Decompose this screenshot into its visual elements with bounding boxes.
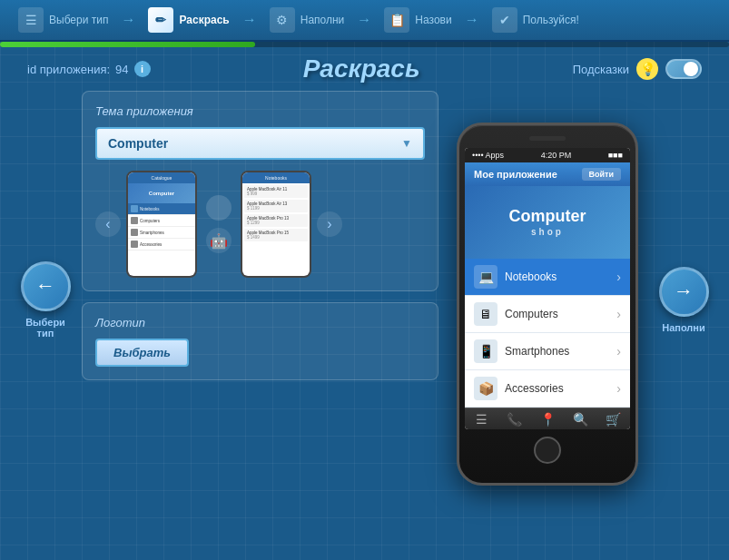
mini-list-notebooks: Notebooks (128, 203, 195, 215)
phone-status-right: ■■■ (608, 151, 623, 160)
logo-section-label: Логотип (95, 316, 425, 329)
phone-list-item-notebooks[interactable]: 💻 Notebooks › (465, 259, 630, 296)
step-color[interactable]: ✏ Раскрась (148, 7, 229, 33)
arrow-2: → (242, 12, 257, 28)
mini-list-accessories: Accessories (128, 239, 195, 251)
forward-arrow-label: Наполни (662, 322, 705, 333)
phone-list-chevron-accessories: › (616, 381, 621, 396)
dropdown-arrow-icon: ▼ (401, 137, 412, 150)
phone-speaker (529, 136, 566, 141)
phone-app-name: Мое приложение (474, 169, 557, 180)
mini-phone-2: Notebooks Apple MacBook Air 11$ 999 Appl… (241, 171, 311, 278)
theme-section-label: Тема приложения (95, 104, 425, 118)
info-icon[interactable]: i (134, 61, 151, 77)
phone-nav-cart-label: Корзина (601, 428, 626, 429)
phone-status-bar: •••• Apps 4:20 PM ■■■ (465, 148, 630, 162)
phone-list-item-computers[interactable]: 🖥 Computers › (465, 296, 630, 333)
back-nav[interactable]: ← Выберитип (18, 91, 73, 508)
mini-list-computers: Computers (128, 215, 195, 227)
phone-home-button[interactable] (534, 437, 561, 464)
step-choose-type-label: Выбери тип (49, 14, 108, 26)
mini-phone-2-header: Notebooks (242, 172, 310, 183)
phone-list-icon-accessories: 📦 (474, 377, 497, 400)
back-arrow-label: Выберитип (25, 317, 65, 339)
phone-list-chevron-notebooks: › (616, 270, 621, 284)
phone-login-button[interactable]: Войти (582, 168, 621, 181)
phone-nav-search[interactable]: 🔍 Поиск (564, 408, 596, 429)
mini-phone-1-banner: Computer (128, 183, 195, 203)
mini-phone-1: Catalogue Computer Notebooks Computers (126, 171, 197, 278)
phone-nav-contacts-icon: 📞 (507, 412, 522, 427)
phone-status-center: 4:20 PM (541, 151, 572, 160)
step-choose-type[interactable]: ☰ Выбери тип (18, 7, 108, 33)
step-color-label: Раскрась (179, 14, 229, 26)
step-color-icon: ✏ (148, 7, 173, 33)
theme-dropdown[interactable]: Computer ▼ (95, 127, 425, 160)
forward-arrow-circle[interactable]: → (659, 267, 709, 317)
page-header: id приложения: 94 i Раскрась Подсказки 💡 (0, 47, 729, 91)
phone-banner-main: Computer (509, 207, 586, 227)
phone-nav-catalog-label: Каталог (469, 428, 492, 429)
arrow-3: → (357, 12, 371, 28)
preview-prev-arrow[interactable]: ‹ (95, 211, 121, 237)
preview-next-arrow[interactable]: › (317, 211, 342, 237)
phone-bottom-nav: ☰ Каталог 📞 Контакты 📍 Карты 🔍 Поиск (465, 408, 630, 429)
phone-list-text-smartphones: Smartphones (505, 345, 616, 358)
mini-phone-1-header: Catalogue (128, 172, 195, 183)
phone-list-text-computers: Computers (505, 308, 616, 320)
hint-bulb-icon[interactable]: 💡 (636, 58, 658, 80)
arrow-1: → (121, 12, 135, 28)
forward-nav[interactable]: → Наполни (656, 91, 711, 508)
mini-list-smartphones: Smartphones (128, 227, 195, 239)
os-icons: 🤖 (202, 195, 235, 253)
hints-label: Подсказки (573, 63, 629, 76)
step-use-label: Пользуйся! (523, 14, 579, 26)
phone-nav-cart[interactable]: 🛒 Корзина (597, 408, 630, 429)
phone-list-text-accessories: Accessories (505, 382, 616, 395)
phone-nav-cart-icon: 🛒 (606, 412, 621, 427)
step-fill-label: Наполни (300, 14, 345, 26)
center-panel: Тема приложения Computer ▼ ‹ Catalogue C… (82, 91, 438, 508)
theme-dropdown-value: Computer (108, 136, 168, 151)
main-content: ← Выберитип Тема приложения Computer ▼ ‹… (0, 91, 729, 508)
phone-list-text-notebooks: Notebooks (505, 270, 616, 283)
logo-section: Логотип Выбрать (82, 302, 438, 380)
back-arrow-circle[interactable]: ← (21, 261, 71, 311)
android-icon[interactable]: 🤖 (206, 228, 232, 253)
app-id-section: id приложения: 94 i (27, 61, 151, 77)
phone-list-chevron-computers: › (616, 307, 621, 321)
progress-steps: ☰ Выбери тип → ✏ Раскрась → ⚙ Наполни → … (0, 0, 729, 42)
app-id-label: id приложения: (27, 63, 110, 76)
hints-area: Подсказки 💡 (573, 58, 702, 80)
phone-list-icon-notebooks: 💻 (474, 265, 497, 289)
phone-nav-contacts[interactable]: 📞 Контакты (497, 408, 530, 429)
phone-mockup-container: •••• Apps 4:20 PM ■■■ Мое приложение Вой… (448, 91, 647, 508)
select-logo-button[interactable]: Выбрать (95, 339, 189, 367)
phone-banner-sub: shop (509, 227, 586, 238)
phone-list-item-accessories[interactable]: 📦 Accessories › (465, 370, 630, 408)
step-use[interactable]: ✔ Пользуйся! (492, 7, 579, 33)
phone-status-left: •••• Apps (472, 151, 504, 160)
phone-nav-catalog[interactable]: ☰ Каталог (465, 408, 497, 429)
phone-device: •••• Apps 4:20 PM ■■■ Мое приложение Вой… (457, 123, 638, 486)
phone-app-header: Мое приложение Войти (465, 162, 630, 186)
theme-section: Тема приложения Computer ▼ ‹ Catalogue C… (82, 91, 438, 291)
app-id-value: 94 (115, 63, 128, 76)
arrow-4: → (465, 12, 479, 28)
phone-nav-maps-label: Карты (538, 428, 557, 429)
hints-toggle[interactable] (665, 59, 702, 79)
phone-nav-maps-icon: 📍 (540, 412, 556, 427)
phone-list-item-smartphones[interactable]: 📱 Smartphones › (465, 333, 630, 370)
phone-nav-search-label: Поиск (572, 428, 589, 429)
step-name-label: Назови (415, 14, 451, 26)
step-fill[interactable]: ⚙ Наполни (270, 7, 345, 33)
step-name-icon: 📋 (384, 7, 409, 33)
step-choose-type-icon: ☰ (18, 7, 44, 33)
page-title: Раскрась (303, 54, 420, 84)
phone-banner: Computer shop (465, 186, 630, 259)
phone-list-icon-smartphones: 📱 (474, 339, 497, 363)
step-name[interactable]: 📋 Назови (384, 7, 451, 33)
ios-icon[interactable] (206, 195, 232, 221)
phone-list-chevron-smartphones: › (616, 344, 621, 359)
phone-nav-maps[interactable]: 📍 Карты (531, 408, 564, 429)
